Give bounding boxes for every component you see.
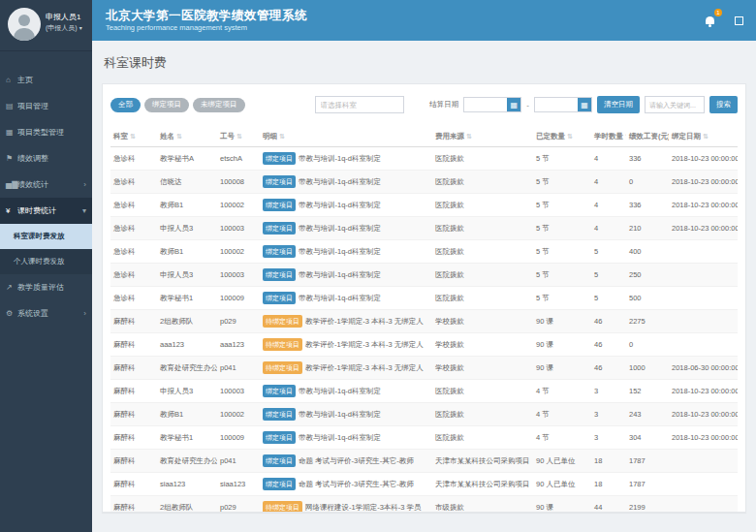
avatar-body: [14, 28, 35, 41]
bound-project-button[interactable]: 绑定项目: [263, 385, 296, 397]
cell-department: 麻醉科: [110, 496, 157, 514]
cell-employee-id: p041: [217, 450, 260, 473]
filter-pill-1[interactable]: 绑定项目: [144, 98, 189, 112]
cell-department: 急诊科: [110, 240, 157, 264]
column-header[interactable]: 科室⇅: [110, 127, 157, 147]
cell-name: 教育处研究生办公室A: [157, 357, 217, 380]
bound-project-button[interactable]: 绑定项目: [263, 454, 296, 467]
sidebar-subitem-dept-fee[interactable]: 科室课时费发放: [0, 224, 92, 249]
cell-performance-pay: 250: [626, 264, 669, 287]
detail-text: 带教与培训-1q-d科室制定: [299, 247, 381, 256]
bound-project-button[interactable]: 绑定项目: [263, 408, 296, 421]
bound-project-button[interactable]: 绑定项目: [263, 478, 296, 490]
search-button[interactable]: 搜索: [709, 96, 738, 113]
calendar-icon: ▦: [507, 98, 520, 111]
cell-performance-pay: 1787: [626, 473, 669, 496]
cell-department: 麻醉科: [110, 403, 157, 426]
sidebar-item-home[interactable]: ⌂主页: [0, 67, 92, 93]
column-header[interactable]: 已定数量⇅: [533, 127, 591, 147]
user-panel: 申报人员1 (申报人员) ▾: [0, 0, 92, 51]
column-header[interactable]: 学时数量⇅: [591, 127, 626, 147]
bound-project-button[interactable]: 绑定项目: [263, 152, 296, 165]
filter-pill-0[interactable]: 全部: [110, 98, 141, 112]
app-window: 申报人员1 (申报人员) ▾ ⌂主页▤项目管理▦项目类型管理⚑绩效调整▅▇绩效统…: [0, 0, 756, 532]
table-row: 麻醉科教育处研究生办公室Ap041待绑定项目教学评价-1学期定-3 本科-3 无…: [110, 357, 738, 380]
cell-employee-id: 100009: [217, 287, 260, 310]
cell-binding-date: [669, 287, 738, 310]
cell-department: 急诊科: [110, 194, 157, 217]
status-pill-group: 全部绑定项目未绑定项目: [110, 98, 245, 112]
column-header[interactable]: 姓名⇅: [157, 127, 217, 147]
file-icon: ▤: [6, 102, 17, 110]
sidebar-subitem-personal-fee[interactable]: 个人课时费发放: [0, 249, 92, 274]
notifications-button[interactable]: 1: [702, 13, 717, 28]
sidebar-item-fee-stats[interactable]: ¥课时费统计▾: [0, 198, 92, 224]
column-header[interactable]: 绩效工资(元)⇅: [626, 127, 669, 147]
detail-text: 带教与培训-1q-d科室制定: [299, 433, 381, 442]
fullscreen-button[interactable]: [731, 13, 746, 28]
detail-text: 教学评价-1学期定-3 本科-3 无绑定人: [305, 340, 424, 349]
cell-name: 申报人员3: [157, 217, 217, 240]
pending-project-button[interactable]: 待绑定项目: [263, 338, 302, 351]
column-header-label: 学时数量: [594, 132, 623, 141]
pending-project-button[interactable]: 待绑定项目: [263, 501, 302, 513]
cell-fee-source: 学校拨款: [432, 357, 533, 380]
cell-performance-pay: 336: [626, 194, 669, 217]
bound-project-button[interactable]: 绑定项目: [263, 175, 296, 188]
chevron-right-icon: ›: [83, 309, 86, 318]
cell-fee-source: 医院拨款: [432, 240, 533, 264]
user-role-label: (申报人员): [46, 24, 78, 31]
bound-project-button[interactable]: 绑定项目: [263, 245, 296, 258]
detail-text: 带教与培训-1q-d科室制定: [299, 410, 381, 419]
sidebar-item-quality-eval[interactable]: ↗教学质量评估: [0, 274, 92, 300]
cell-binding-date: 2018-10-23 00:00:00: [669, 426, 738, 450]
bound-project-button[interactable]: 绑定项目: [263, 222, 296, 235]
cell-binding-date: 2018-10-23 00:00:00: [669, 403, 738, 426]
cell-class-hours: 5: [591, 287, 626, 310]
date-range-separator: -: [526, 101, 529, 110]
main-panel: 全部绑定项目未绑定项目 结算日期 ▦ - ▦ 清空日期: [102, 83, 746, 513]
pending-project-button[interactable]: 待绑定项目: [263, 361, 302, 374]
sidebar-item-project-type-mgmt[interactable]: ▦项目类型管理: [0, 119, 92, 145]
filter-pill-2[interactable]: 未绑定项目: [193, 98, 245, 112]
column-header[interactable]: 绑定日期⇅: [669, 127, 738, 147]
sidebar-item-label: 项目类型管理: [17, 127, 86, 138]
user-role-dropdown[interactable]: (申报人员) ▾: [46, 23, 82, 34]
keyword-input[interactable]: [645, 96, 705, 113]
chevron-down-icon: ▾: [82, 206, 86, 215]
cell-name: siaa123: [157, 473, 217, 496]
fee-table-head: 科室⇅姓名⇅工号⇅明细⇅费用来源⇅已定数量⇅学时数量⇅绩效工资(元)⇅绑定日期⇅: [110, 127, 738, 147]
column-header[interactable]: 明细⇅: [260, 127, 432, 147]
cell-performance-pay: 152: [626, 380, 669, 403]
date-start-input[interactable]: ▦: [463, 97, 521, 112]
date-end-input[interactable]: ▦: [534, 97, 592, 112]
column-header-label: 明细: [263, 132, 277, 141]
department-select[interactable]: [315, 96, 404, 113]
detail-text: 带教与培训-1q-d科室制定: [299, 270, 381, 279]
cell-performance-pay: 336: [626, 147, 669, 171]
bound-project-button[interactable]: 绑定项目: [263, 268, 296, 281]
pending-project-button[interactable]: 待绑定项目: [263, 315, 302, 328]
cell-department: 急诊科: [110, 147, 157, 171]
cell-fee-source: 市级拨款: [432, 496, 533, 514]
sidebar-item-perf-adjust[interactable]: ⚑绩效调整: [0, 145, 92, 172]
cell-employee-id: 100002: [217, 403, 260, 426]
clear-date-button[interactable]: 清空日期: [597, 96, 640, 113]
sidebar-item-project-mgmt[interactable]: ▤项目管理: [0, 93, 92, 119]
bound-project-button[interactable]: 绑定项目: [263, 199, 296, 211]
cell-class-hours: 4: [591, 217, 626, 240]
column-header[interactable]: 费用来源⇅: [432, 127, 533, 147]
cell-performance-pay: 0: [626, 333, 669, 357]
bound-project-button[interactable]: 绑定项目: [263, 431, 296, 444]
bound-project-button[interactable]: 绑定项目: [263, 292, 296, 304]
detail-text: 带教与培训-1q-d科室制定: [299, 201, 381, 209]
sidebar-item-system-settings[interactable]: ⚙系统设置›: [0, 300, 92, 327]
cell-employee-id: 100003: [217, 380, 260, 403]
cell-employee-id: p029: [217, 310, 260, 333]
sort-icon: ⇅: [625, 133, 626, 140]
sidebar: 申报人员1 (申报人员) ▾ ⌂主页▤项目管理▦项目类型管理⚑绩效调整▅▇绩效统…: [0, 0, 92, 532]
column-header[interactable]: 工号⇅: [217, 127, 260, 147]
cell-binding-date: [669, 473, 738, 496]
cell-employee-id: p029: [217, 496, 260, 514]
sidebar-item-perf-stats[interactable]: ▅▇绩效统计›: [0, 172, 92, 198]
